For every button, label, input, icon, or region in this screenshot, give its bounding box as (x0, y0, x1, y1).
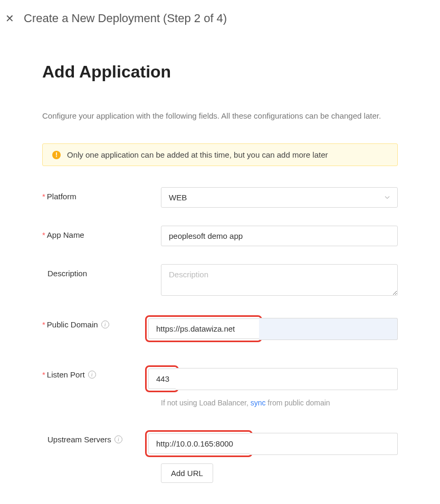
listen-port-input[interactable]: 443 (148, 369, 176, 389)
sync-link[interactable]: sync (251, 399, 266, 407)
app-name-input[interactable] (161, 226, 398, 246)
platform-select[interactable]: WEB (161, 187, 398, 208)
page-subtitle: Configure your application with the foll… (42, 111, 398, 120)
field-upstream-servers: Upstream Servers i http://10.0.0.165:800… (42, 430, 398, 483)
highlight-listen-port: 443 (145, 365, 179, 392)
exclamation-icon: ! (52, 151, 61, 159)
upstream-server-input[interactable]: http://10.0.0.165:8000 (148, 433, 250, 454)
public-domain-input-ext[interactable] (259, 318, 398, 340)
upstream-servers-label: Upstream Servers i (42, 430, 161, 444)
listen-port-hint: If not using Load Balancer, sync from pu… (161, 399, 398, 407)
alert-text: Only one application can be added at thi… (67, 150, 328, 159)
field-app-name: *App Name (42, 226, 398, 246)
listen-port-input-ext[interactable] (176, 368, 398, 390)
page-heading: Add Application (42, 62, 398, 82)
description-input[interactable] (161, 264, 398, 296)
platform-label: *Platform (42, 187, 161, 201)
modal-content: Add Application Configure your applicati… (0, 62, 440, 504)
info-icon[interactable]: i (88, 371, 96, 379)
field-platform: *Platform WEB (42, 187, 398, 208)
info-alert: ! Only one application can be added at t… (42, 143, 398, 166)
upstream-server-input-ext[interactable] (250, 433, 398, 455)
highlight-upstream: http://10.0.0.165:8000 (145, 430, 253, 457)
add-url-button[interactable]: Add URL (161, 463, 213, 483)
app-name-label: *App Name (42, 226, 161, 239)
listen-port-label: *Listen Port i (42, 365, 161, 379)
description-label: Description (42, 264, 161, 278)
highlight-public-domain: https://ps.datawiza.net (145, 315, 262, 342)
modal-header: ✕ Create a New Deployment (Step 2 of 4) (0, 0, 440, 37)
field-description: Description (42, 264, 398, 297)
info-icon[interactable]: i (101, 321, 109, 328)
public-domain-label: *Public Domain i (42, 315, 161, 329)
field-public-domain: *Public Domain i https://ps.datawiza.net (42, 315, 398, 342)
field-listen-port: *Listen Port i 443 If not using Load Bal… (42, 365, 398, 407)
modal-title: Create a New Deployment (Step 2 of 4) (24, 12, 227, 25)
close-icon[interactable]: ✕ (5, 13, 14, 24)
public-domain-input[interactable]: https://ps.datawiza.net (148, 318, 259, 339)
info-icon[interactable]: i (114, 435, 122, 443)
